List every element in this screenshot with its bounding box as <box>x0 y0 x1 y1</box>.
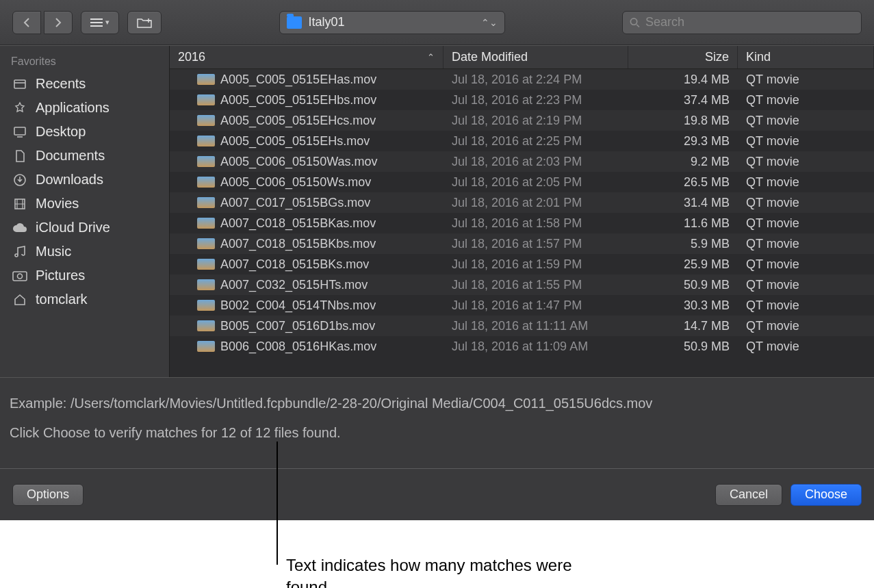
file-row[interactable]: A005_C006_05150Ws.movJul 18, 2016 at 2:0… <box>170 172 874 192</box>
column-header-size[interactable]: Size <box>628 46 738 68</box>
file-date: Jul 18, 2016 at 1:47 PM <box>444 298 628 313</box>
file-row[interactable]: A007_C018_0515BKbs.movJul 18, 2016 at 1:… <box>170 233 874 254</box>
options-button[interactable]: Options <box>12 484 83 506</box>
sidebar-item-desktop[interactable]: Desktop <box>0 120 169 144</box>
file-kind: QT movie <box>738 175 874 190</box>
search-input[interactable] <box>645 15 854 29</box>
updown-caret-icon: ⌃⌄ <box>481 18 498 27</box>
video-thumbnail-icon <box>197 341 215 352</box>
sidebar-item-label: Recents <box>36 76 86 92</box>
file-row[interactable]: A005_C005_0515EHcs.movJul 18, 2016 at 2:… <box>170 110 874 131</box>
file-kind: QT movie <box>738 257 874 272</box>
sidebar-item-movies[interactable]: Movies <box>0 192 169 216</box>
file-date: Jul 18, 2016 at 11:09 AM <box>444 340 628 354</box>
callout-text: Text indicates how many matches were fou… <box>286 554 574 588</box>
column-header-name[interactable]: 2016 ⌃ <box>170 46 444 68</box>
sidebar-item-label: Desktop <box>36 124 86 140</box>
file-rows[interactable]: A005_C005_0515EHas.movJul 18, 2016 at 2:… <box>170 69 874 377</box>
pictures-icon <box>11 270 29 281</box>
file-date: Jul 18, 2016 at 1:55 PM <box>444 278 628 292</box>
search-field[interactable] <box>622 11 862 34</box>
file-row[interactable]: A005_C006_05150Was.movJul 18, 2016 at 2:… <box>170 151 874 172</box>
file-kind: QT movie <box>738 340 874 354</box>
file-name: A005_C005_0515EHs.mov <box>220 134 370 149</box>
file-row[interactable]: A007_C017_0515BGs.movJul 18, 2016 at 2:0… <box>170 192 874 213</box>
svg-rect-2 <box>14 127 25 135</box>
file-size: 50.9 MB <box>628 278 738 292</box>
new-folder-button[interactable] <box>127 11 162 34</box>
file-listing: 2016 ⌃ Date Modified Size Kind A005_C005… <box>170 46 874 377</box>
chevron-left-icon <box>23 18 31 27</box>
file-row[interactable]: A005_C005_0515EHbs.movJul 18, 2016 at 2:… <box>170 90 874 110</box>
column-headers: 2016 ⌃ Date Modified Size Kind <box>170 46 874 69</box>
sidebar-item-label: Pictures <box>36 268 85 283</box>
file-date: Jul 18, 2016 at 1:57 PM <box>444 237 628 251</box>
clock-icon <box>11 77 29 91</box>
svg-point-0 <box>630 18 637 24</box>
column-header-date[interactable]: Date Modified <box>444 46 628 68</box>
file-size: 31.4 MB <box>628 196 738 210</box>
sidebar-item-downloads[interactable]: Downloads <box>0 168 169 192</box>
file-kind: QT movie <box>738 73 874 87</box>
sidebar-item-tomclark[interactable]: tomclark <box>0 287 169 311</box>
file-row[interactable]: B002_C004_0514TNbs.movJul 18, 2016 at 1:… <box>170 295 874 316</box>
back-button[interactable] <box>12 11 41 34</box>
file-name: A005_C006_05150Was.mov <box>220 155 377 169</box>
toolbar: ▾ Italy01 ⌃⌄ <box>0 0 874 45</box>
file-row[interactable]: A007_C018_0515BKs.movJul 18, 2016 at 1:5… <box>170 254 874 274</box>
file-name: A007_C017_0515BGs.mov <box>220 196 370 210</box>
file-row[interactable]: A005_C005_0515EHs.movJul 18, 2016 at 2:2… <box>170 131 874 151</box>
file-date: Jul 18, 2016 at 1:59 PM <box>444 257 628 272</box>
file-row[interactable]: A007_C032_0515HTs.movJul 18, 2016 at 1:5… <box>170 274 874 295</box>
apps-icon <box>11 101 29 115</box>
file-date: Jul 18, 2016 at 2:03 PM <box>444 155 628 169</box>
file-date: Jul 18, 2016 at 2:23 PM <box>444 93 628 107</box>
file-size: 29.3 MB <box>628 134 738 149</box>
folder-icon <box>287 16 302 29</box>
forward-button[interactable] <box>44 11 73 34</box>
file-size: 5.9 MB <box>628 237 738 251</box>
file-row[interactable]: A007_C018_0515BKas.movJul 18, 2016 at 1:… <box>170 213 874 233</box>
list-view-icon <box>90 18 103 27</box>
file-name: A005_C005_0515EHbs.mov <box>220 93 376 107</box>
video-thumbnail-icon <box>197 177 215 188</box>
file-row[interactable]: B006_C008_0516HKas.movJul 18, 2016 at 11… <box>170 336 874 357</box>
video-thumbnail-icon <box>197 94 215 105</box>
chevron-right-icon <box>54 18 62 27</box>
cancel-button[interactable]: Cancel <box>715 484 782 506</box>
file-size: 37.4 MB <box>628 93 738 107</box>
file-size: 19.4 MB <box>628 73 738 87</box>
svg-rect-1 <box>14 80 25 88</box>
file-size: 25.9 MB <box>628 257 738 272</box>
file-row[interactable]: B005_C007_0516D1bs.movJul 18, 2016 at 11… <box>170 316 874 336</box>
file-name: A005_C005_0515EHcs.mov <box>220 114 376 128</box>
file-date: Jul 18, 2016 at 2:24 PM <box>444 73 628 87</box>
sidebar-item-documents[interactable]: Documents <box>0 144 169 168</box>
file-kind: QT movie <box>738 298 874 313</box>
video-thumbnail-icon <box>197 156 215 167</box>
file-name: B006_C008_0516HKas.mov <box>220 340 376 354</box>
sidebar-item-label: Music <box>36 244 71 259</box>
column-header-kind[interactable]: Kind <box>738 46 874 68</box>
video-thumbnail-icon <box>197 300 215 311</box>
sidebar-item-icloud-drive[interactable]: iCloud Drive <box>0 216 169 240</box>
path-dropdown[interactable]: Italy01 ⌃⌄ <box>279 11 505 34</box>
view-mode-button[interactable]: ▾ <box>81 11 119 34</box>
sidebar-item-music[interactable]: Music <box>0 240 169 264</box>
sidebar-section-header: Favorites <box>0 53 169 72</box>
folder-plus-icon <box>137 17 152 28</box>
choose-button[interactable]: Choose <box>791 484 862 506</box>
svg-point-6 <box>18 274 23 279</box>
video-thumbnail-icon <box>197 238 215 249</box>
file-size: 9.2 MB <box>628 155 738 169</box>
action-bar: Options Cancel Choose <box>0 468 874 520</box>
sidebar-item-recents[interactable]: Recents <box>0 72 169 96</box>
sidebar-item-label: tomclark <box>36 292 88 307</box>
video-thumbnail-icon <box>197 320 215 331</box>
music-icon <box>11 245 29 259</box>
file-size: 26.5 MB <box>628 175 738 190</box>
file-size: 11.6 MB <box>628 216 738 231</box>
sidebar-item-pictures[interactable]: Pictures <box>0 264 169 287</box>
file-row[interactable]: A005_C005_0515EHas.movJul 18, 2016 at 2:… <box>170 69 874 90</box>
sidebar-item-applications[interactable]: Applications <box>0 96 169 120</box>
